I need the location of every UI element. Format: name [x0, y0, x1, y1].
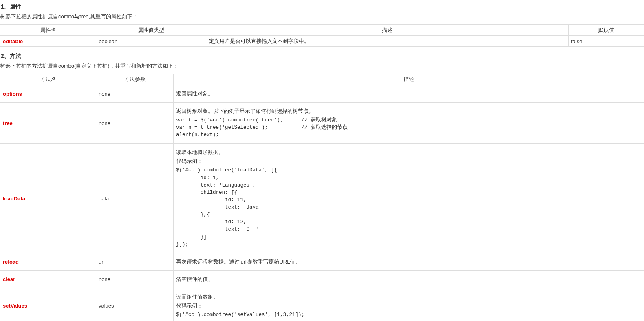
- table-row: loadDatadata读取本地树形数据。代码示例：$('#cc').combo…: [0, 144, 644, 253]
- methods-heading: 2、方法: [0, 53, 644, 60]
- method-param-cell: values: [96, 288, 174, 321]
- desc-text: 再次请求远程树数据。通过'url'参数重写原始URL值。: [176, 258, 641, 266]
- table-row: treenone返回树形对象。以下的例子显示了如何得到选择的树节点。var t …: [0, 103, 644, 144]
- attributes-intro: 树形下拉框的属性扩展自combo与tree,其重写的属性如下：: [0, 13, 644, 20]
- table-header-row: 属性名 属性值类型 描述 默认值: [0, 25, 644, 36]
- col-method-param: 方法参数: [96, 74, 174, 85]
- method-desc-cell: 读取本地树形数据。代码示例：$('#cc').combotree('loadDa…: [174, 144, 644, 253]
- method-name-cell: setValues: [0, 288, 96, 321]
- table-row: clearnone清空控件的值。: [0, 270, 644, 288]
- desc-text: 清空控件的值。: [176, 276, 641, 283]
- table-row: optionsnone返回属性对象。: [0, 85, 644, 103]
- attr-name-cell: editable: [0, 36, 96, 47]
- table-row: editableboolean定义用户是否可以直接输入文本到字段中。false: [0, 36, 644, 47]
- desc-text: 代码示例：: [176, 302, 641, 310]
- attr-desc-cell: 定义用户是否可以直接输入文本到字段中。: [206, 36, 569, 47]
- method-name-cell: loadData: [0, 144, 96, 253]
- attr-default-cell: false: [569, 36, 644, 47]
- col-attr-desc: 描述: [206, 25, 569, 36]
- method-desc-cell: 设置组件值数组。代码示例：$('#cc').combotree('setValu…: [174, 288, 644, 321]
- attr-type-cell: boolean: [96, 36, 206, 47]
- method-name-cell: reload: [0, 253, 96, 270]
- table-header-row: 方法名 方法参数 描述: [0, 74, 644, 85]
- desc-text: 返回属性对象。: [176, 90, 641, 97]
- method-param-cell: none: [96, 270, 174, 288]
- desc-text: 设置组件值数组。: [176, 293, 641, 301]
- method-param-cell: none: [96, 103, 174, 144]
- code-sample: $('#cc').combotree('setValues', [1,3,21]…: [176, 311, 641, 319]
- attributes-table: 属性名 属性值类型 描述 默认值 editableboolean定义用户是否可以…: [0, 24, 644, 47]
- methods-intro: 树形下拉框的方法扩展自combo(自定义下拉框)，其重写和新增的方法如下：: [0, 62, 644, 70]
- table-row: setValuesvalues设置组件值数组。代码示例：$('#cc').com…: [0, 288, 644, 321]
- method-name-cell: tree: [0, 103, 96, 144]
- method-desc-cell: 返回属性对象。: [174, 85, 644, 103]
- methods-table: 方法名 方法参数 描述 optionsnone返回属性对象。treenone返回…: [0, 74, 644, 321]
- col-method-name: 方法名: [0, 74, 96, 85]
- code-sample: $('#cc').combotree('loadData', [{ id: 1,…: [176, 167, 641, 248]
- method-param-cell: none: [96, 85, 174, 103]
- table-row: reloadurl再次请求远程树数据。通过'url'参数重写原始URL值。: [0, 253, 644, 270]
- method-param-cell: data: [96, 144, 174, 253]
- desc-text: 返回树形对象。以下的例子显示了如何得到选择的树节点。: [176, 108, 641, 115]
- code-sample: var t = $('#cc').combotree('tree'); // 获…: [176, 117, 641, 139]
- method-desc-cell: 返回树形对象。以下的例子显示了如何得到选择的树节点。var t = $('#cc…: [174, 103, 644, 144]
- method-desc-cell: 再次请求远程树数据。通过'url'参数重写原始URL值。: [174, 253, 644, 270]
- col-attr-type: 属性值类型: [96, 25, 206, 36]
- col-attr-default: 默认值: [569, 25, 644, 36]
- method-name-cell: options: [0, 85, 96, 103]
- col-method-desc: 描述: [174, 74, 644, 85]
- desc-text: 代码示例：: [176, 158, 641, 165]
- attributes-heading: 1、属性: [0, 3, 644, 11]
- method-desc-cell: 清空控件的值。: [174, 270, 644, 288]
- method-name-cell: clear: [0, 270, 96, 288]
- desc-text: 读取本地树形数据。: [176, 149, 641, 156]
- col-attr-name: 属性名: [0, 25, 96, 36]
- method-param-cell: url: [96, 253, 174, 270]
